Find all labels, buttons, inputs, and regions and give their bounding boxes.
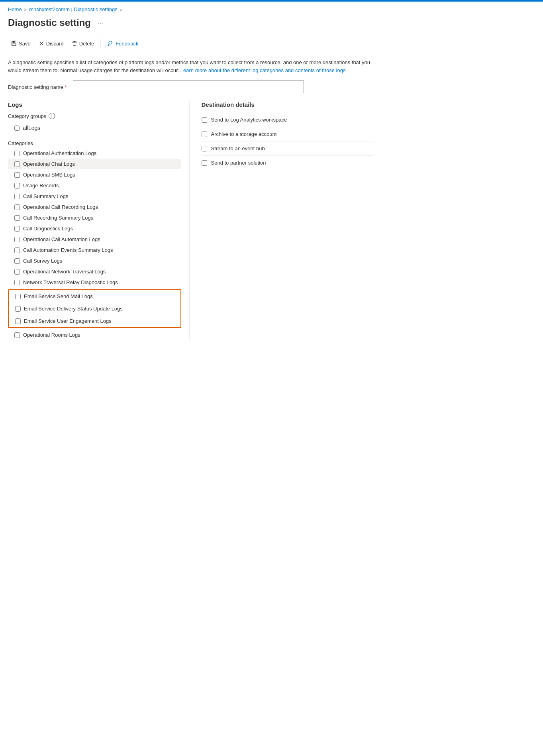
callsummary-checkbox[interactable]	[14, 194, 20, 199]
setting-name-input[interactable]	[73, 81, 304, 93]
callautomation-checkbox[interactable]	[14, 237, 20, 242]
svg-rect-5	[72, 42, 77, 43]
emailsend-checkbox[interactable]	[15, 294, 21, 299]
save-label: Save	[19, 41, 31, 47]
page-title-row: Diagnostic setting ···	[0, 15, 543, 35]
chat-label[interactable]: Operational Chat Logs	[23, 161, 75, 167]
category-groups-info-icon[interactable]: i	[49, 113, 55, 119]
destination-title: Destination details	[202, 101, 375, 108]
sms-checkbox[interactable]	[14, 172, 20, 178]
list-item: Call Diagnostics Logs	[8, 223, 181, 234]
save-icon	[11, 41, 17, 46]
callsurvey-checkbox[interactable]	[14, 258, 20, 264]
list-item: Operational Call Automation Logs	[8, 234, 181, 245]
discard-label: Discard	[46, 41, 64, 47]
usage-checkbox[interactable]	[14, 183, 20, 189]
callrecsummary-checkbox[interactable]	[14, 215, 20, 221]
alllogs-row: allLogs	[8, 122, 181, 134]
feedback-label: Feedback	[116, 41, 138, 47]
toolbar-divider	[100, 39, 101, 47]
svg-point-7	[111, 41, 112, 42]
usage-label[interactable]: Usage Records	[23, 183, 59, 189]
setting-name-label: Diagnostic setting name *	[8, 84, 67, 90]
list-item: Network Traversal Relay Diagnostic Logs	[8, 277, 181, 288]
list-item: Email Service User Engagement Logs	[9, 315, 180, 327]
toolbar: Save Discard Delete	[0, 35, 543, 52]
delete-button[interactable]: Delete	[69, 39, 98, 49]
feedback-icon	[107, 40, 114, 47]
auth-label[interactable]: Operational Authentication Logs	[23, 150, 96, 156]
breadcrumb-home[interactable]: Home	[8, 6, 22, 12]
storage-label[interactable]: Archive to a storage account	[211, 131, 277, 137]
oprooms-checkbox[interactable]	[14, 332, 20, 338]
loganalytics-label[interactable]: Send to Log Analytics workspace	[211, 117, 287, 123]
list-item: Operational Rooms Logs	[8, 330, 181, 340]
svg-rect-1	[13, 41, 15, 43]
oprooms-label[interactable]: Operational Rooms Logs	[23, 332, 80, 338]
networktraversal-label[interactable]: Network Traversal Relay Diagnostic Logs	[23, 279, 118, 285]
required-star: *	[65, 84, 67, 90]
callrecsummary-label[interactable]: Call Recording Summary Logs	[23, 215, 93, 221]
setting-name-row: Diagnostic setting name *	[8, 81, 374, 93]
list-item: Operational SMS Logs	[8, 169, 181, 180]
list-item: Call Survey Logs	[8, 255, 181, 266]
list-item: Call Automation Events Summary Logs	[8, 245, 181, 255]
svg-point-6	[109, 41, 112, 44]
two-column-layout: Logs Category groups i allLogs Categorie…	[8, 101, 374, 340]
chat-checkbox[interactable]	[14, 161, 20, 167]
partner-checkbox[interactable]	[202, 160, 207, 166]
network-label[interactable]: Operational Network Traversal Logs	[23, 269, 106, 275]
breadcrumb-resource[interactable]: mhsbxtest2comm | Diagnostic settings	[29, 6, 118, 12]
emailengagement-label[interactable]: Email Service User Engagement Logs	[24, 318, 112, 324]
breadcrumb: Home > mhsbxtest2comm | Diagnostic setti…	[0, 2, 543, 15]
loganalytics-checkbox[interactable]	[202, 117, 207, 123]
dest-row-partner: Send to partner solution	[202, 156, 375, 170]
networktraversal-checkbox[interactable]	[14, 280, 20, 285]
list-item: Usage Records	[8, 180, 181, 191]
calldiag-label[interactable]: Call Diagnostics Logs	[23, 226, 73, 232]
sms-label[interactable]: Operational SMS Logs	[23, 172, 75, 178]
network-checkbox[interactable]	[14, 269, 20, 275]
calldiag-checkbox[interactable]	[14, 226, 20, 232]
callrec-label[interactable]: Operational Call Recording Logs	[23, 204, 98, 210]
callrec-checkbox[interactable]	[14, 204, 20, 210]
feedback-button[interactable]: Feedback	[104, 38, 141, 49]
partner-label[interactable]: Send to partner solution	[211, 160, 266, 166]
alllogs-label[interactable]: allLogs	[23, 125, 40, 131]
storage-checkbox[interactable]	[202, 132, 207, 137]
destination-column: Destination details Send to Log Analytic…	[190, 101, 375, 340]
eventhub-checkbox[interactable]	[202, 146, 207, 151]
callautoevents-checkbox[interactable]	[14, 247, 20, 253]
eventhub-label[interactable]: Stream to an event hub	[211, 145, 265, 151]
list-item: Operational Authentication Logs	[8, 148, 181, 159]
list-item: Operational Call Recording Logs	[8, 202, 181, 212]
emailsend-label[interactable]: Email Service Send Mail Logs	[24, 293, 93, 299]
callautoevents-label[interactable]: Call Automation Events Summary Logs	[23, 247, 113, 253]
list-item: Operational Chat Logs	[8, 159, 181, 169]
auth-checkbox[interactable]	[14, 151, 20, 156]
emailengagement-checkbox[interactable]	[15, 318, 21, 324]
dest-row-eventhub: Stream to an event hub	[202, 141, 375, 156]
list-item: Email Service Delivery Status Update Log…	[9, 302, 180, 315]
email-group-box: Email Service Send Mail Logs Email Servi…	[8, 289, 181, 328]
delete-icon	[72, 41, 77, 46]
logs-title: Logs	[8, 101, 181, 108]
emaildelivery-label[interactable]: Email Service Delivery Status Update Log…	[24, 306, 123, 312]
save-button[interactable]: Save	[8, 39, 34, 49]
callsummary-label[interactable]: Call Summary Logs	[23, 193, 68, 199]
dest-row-storage: Archive to a storage account	[202, 127, 375, 141]
separator	[8, 137, 181, 137]
ellipsis-button[interactable]: ···	[95, 18, 106, 28]
discard-button[interactable]: Discard	[35, 39, 67, 49]
discard-icon	[39, 41, 44, 46]
alllogs-checkbox[interactable]	[14, 126, 20, 131]
page-title: Diagnostic setting	[8, 17, 91, 28]
svg-rect-2	[12, 44, 16, 45]
delete-label: Delete	[79, 41, 94, 47]
list-item: Call Recording Summary Logs	[8, 212, 181, 223]
emaildelivery-checkbox[interactable]	[15, 306, 21, 312]
callautomation-label[interactable]: Operational Call Automation Logs	[23, 236, 100, 242]
category-list: Operational Authentication Logs Operatio…	[8, 148, 181, 340]
callsurvey-label[interactable]: Call Survey Logs	[23, 258, 62, 264]
learn-more-link[interactable]: Learn more about the different log categ…	[180, 67, 346, 73]
